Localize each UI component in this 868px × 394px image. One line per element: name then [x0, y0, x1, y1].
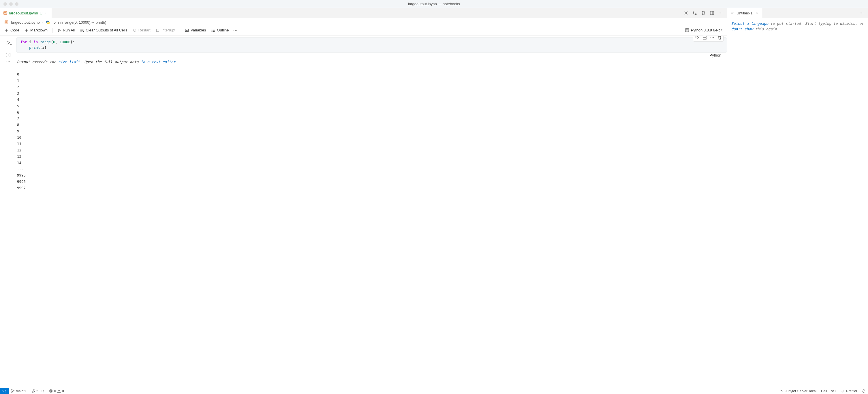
output-line: 13	[17, 153, 723, 160]
breadcrumb-segment[interactable]: largeoutput.ipynb	[11, 20, 40, 25]
tab-label: largeoutput.ipynb	[9, 11, 38, 15]
svg-point-34	[13, 390, 14, 391]
tab-dirty-indicator: U	[40, 11, 42, 15]
separator	[180, 28, 180, 33]
variables-label: Variables	[191, 28, 206, 32]
gear-icon[interactable]	[683, 10, 689, 16]
cell-toolbar	[693, 36, 723, 41]
ellipsis-icon[interactable]	[5, 59, 11, 64]
svg-point-9	[720, 13, 721, 13]
svg-point-39	[782, 391, 783, 392]
breadcrumb-segment[interactable]: for i in range(0, 10000):↩ print(i)	[53, 20, 106, 25]
interrupt-button[interactable]: Interrupt	[154, 27, 177, 33]
remote-indicator[interactable]	[0, 388, 9, 394]
prettier-status[interactable]: Prettier	[839, 389, 860, 393]
add-markdown-button[interactable]: Markdown	[23, 27, 49, 33]
python-icon	[45, 20, 50, 25]
branch-name: main*+	[16, 389, 27, 393]
close-icon[interactable]	[44, 11, 49, 15]
trash-icon[interactable]	[716, 36, 723, 41]
cell-language[interactable]: Python	[710, 53, 723, 57]
code-editor[interactable]: for i in range(0, 10000): print(i)	[16, 37, 727, 53]
statusbar: main*+ 2↓ 1↑ 0 0 Jupyter Server: local C…	[0, 388, 868, 394]
ellipsis-icon[interactable]	[718, 10, 723, 16]
output-line: 7	[17, 115, 723, 122]
svg-rect-12	[5, 21, 7, 22]
traffic-zoom[interactable]	[15, 2, 19, 6]
size-limit-link[interactable]: size limit	[58, 60, 80, 64]
restart-button[interactable]: Restart	[131, 27, 152, 33]
svg-point-29	[860, 13, 861, 13]
svg-point-24	[712, 37, 712, 38]
output-line: 9995	[17, 172, 723, 179]
output-line: 3	[17, 90, 723, 97]
ellipsis-icon[interactable]	[859, 10, 865, 16]
open-in-editor-link[interactable]: in a text editor	[141, 60, 175, 64]
git-branch[interactable]: main*+	[9, 389, 29, 393]
variables-button[interactable]: Variables	[183, 27, 208, 33]
editor-group-right: Untitled-1 Select a language to get star…	[727, 8, 868, 388]
svg-point-10	[722, 13, 722, 13]
run-by-line-icon[interactable]	[694, 36, 700, 41]
titlebar: largeoutput.ipynb — notebooks	[0, 0, 868, 8]
add-code-button[interactable]: Code	[3, 27, 21, 33]
tab-label: Untitled-1	[737, 11, 753, 15]
diff-icon[interactable]	[692, 10, 698, 16]
svg-point-5	[695, 13, 696, 15]
kernel-picker[interactable]: Python 3.8.9 64-bit	[683, 27, 724, 33]
window-controls	[0, 2, 19, 6]
split-cell-icon[interactable]	[701, 36, 708, 41]
svg-point-3	[685, 12, 687, 13]
select-language-link[interactable]: Select a language	[731, 21, 768, 26]
outline-label: Outline	[217, 28, 229, 32]
svg-point-25	[713, 37, 714, 38]
window-title: largeoutput.ipynb — notebooks	[408, 2, 460, 6]
traffic-minimize[interactable]	[9, 2, 13, 6]
trash-icon[interactable]	[701, 10, 706, 16]
svg-rect-1	[4, 12, 6, 12]
layout-icon[interactable]	[709, 10, 715, 16]
svg-point-38	[781, 390, 781, 391]
code-cell[interactable]: for i in range(0, 10000): print(i) [1] P…	[0, 37, 727, 193]
run-all-button[interactable]: Run All	[55, 27, 76, 33]
jupyter-server[interactable]: Jupyter Server: local	[778, 389, 819, 393]
problems[interactable]: 0 0	[47, 389, 66, 393]
cell-position[interactable]: Cell 1 of 1	[819, 389, 839, 393]
notebook-body[interactable]: for i in range(0, 10000): print(i) [1] P…	[0, 36, 727, 388]
error-count: 0	[54, 389, 56, 393]
cell-position-label: Cell 1 of 1	[821, 389, 837, 393]
output-line: 9997	[17, 185, 723, 191]
svg-point-26	[6, 61, 7, 61]
sync-counts: 2↓ 1↑	[36, 389, 45, 393]
svg-rect-13	[5, 22, 7, 23]
tabbar-right: Untitled-1	[727, 8, 868, 18]
tab-untitled[interactable]: Untitled-1	[727, 8, 762, 18]
ellipsis-icon[interactable]	[232, 27, 238, 33]
svg-rect-20	[686, 29, 688, 31]
dont-show-link[interactable]: don't show	[731, 27, 753, 31]
chevron-down-icon[interactable]	[8, 41, 14, 47]
traffic-close[interactable]	[3, 2, 7, 6]
output-line: 4	[17, 97, 723, 103]
git-sync[interactable]: 2↓ 1↑	[29, 389, 47, 393]
svg-rect-21	[703, 36, 706, 37]
output-line: 14	[17, 160, 723, 166]
close-icon[interactable]	[754, 11, 759, 15]
untitled-placeholder[interactable]: Select a language to get started. Start …	[727, 18, 868, 35]
svg-point-18	[236, 30, 237, 30]
tab-largeoutput[interactable]: largeoutput.ipynb U	[0, 8, 52, 18]
output-line: 1	[17, 78, 723, 84]
outline-button[interactable]: Outline	[209, 27, 230, 33]
restart-label: Restart	[138, 28, 151, 32]
svg-rect-15	[185, 29, 189, 31]
interrupt-label: Interrupt	[161, 28, 175, 32]
notifications-icon[interactable]	[860, 389, 868, 393]
svg-point-8	[719, 13, 719, 13]
cell-output[interactable]: Output exceeds the size limit. Open the …	[16, 58, 727, 193]
svg-rect-6	[710, 11, 714, 15]
svg-point-32	[11, 389, 12, 390]
ellipsis-icon[interactable]	[709, 36, 715, 41]
breadcrumb[interactable]: largeoutput.ipynb › for i in range(0, 10…	[0, 18, 727, 26]
clear-outputs-button[interactable]: Clear Outputs of All Cells	[78, 27, 129, 33]
output-truncation-warning: Output exceeds the size limit. Open the …	[17, 59, 723, 65]
